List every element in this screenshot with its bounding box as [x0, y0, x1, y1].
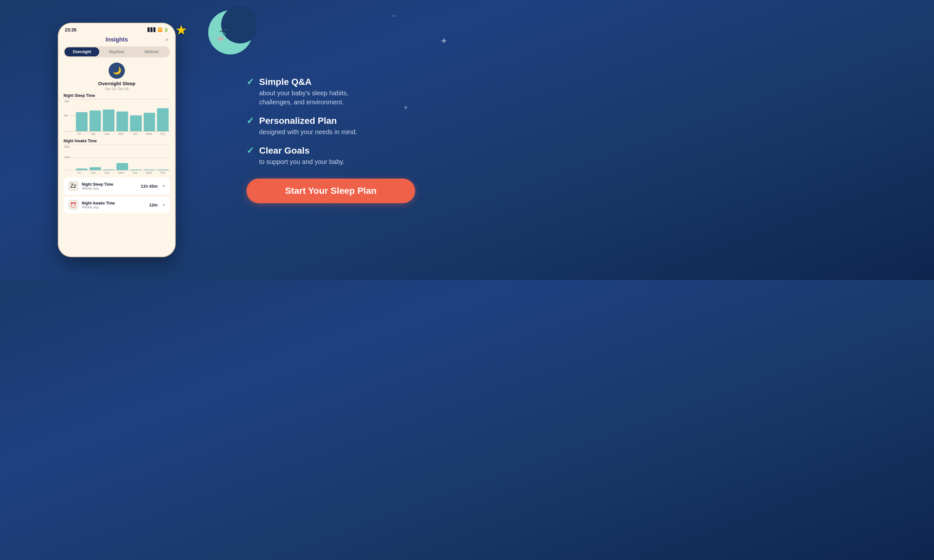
sleep-time-info: Night Sleep Time Weekly avg. — [82, 182, 137, 190]
awake-time-info: Night Awake Time Weekly avg. — [82, 201, 146, 209]
feature-text-2: Personalized Plan designed with your nee… — [259, 116, 357, 137]
battery-icon: 🔋 — [164, 28, 169, 32]
awake-day-tue: Tue — [129, 171, 141, 174]
checkmark-1: ✓ — [247, 77, 254, 86]
night-awake-chart-area: 90m 45m — [63, 145, 170, 171]
awake-time-value: 12m — [149, 203, 157, 208]
phone-header: Insights × — [59, 35, 175, 46]
phone-mockup: 23:26 ▋▋▋ 🛜 🔋 Insights × Overnight Dayti… — [59, 23, 175, 257]
awake-time-icon: ⏰ — [68, 200, 79, 210]
awake-day-sat: Sat — [87, 171, 99, 174]
sleep-time-name: Night Sleep Time — [82, 182, 137, 187]
awake-day-fri: Fri — [73, 171, 85, 174]
awake-bar-sat — [89, 167, 101, 170]
sleep-time-icon: Zz — [68, 181, 79, 191]
chart-label-16h: 16h — [64, 100, 69, 103]
tabs-container: Overnight Daytime Method — [63, 46, 170, 57]
feature-title-3: Clear Goals — [259, 146, 344, 156]
night-awake-chart-title: Night Awake Time — [63, 139, 170, 143]
awake-day-wed: Wed — [143, 171, 155, 174]
bar-thu — [157, 108, 169, 131]
awake-day-sun: Sun — [101, 171, 113, 174]
day-labels: Fri Sat Sun Mon Tue Wed Thu — [63, 132, 170, 135]
day-fri: Fri — [73, 132, 85, 135]
awake-day-labels: Fri Sat Sun Mon Tue Wed Thu — [63, 171, 170, 174]
night-sleep-chart: Night Sleep Time ‹ › 16h 8h — [63, 93, 170, 135]
day-tue: Tue — [129, 132, 141, 135]
awake-label-90m: 90m — [64, 145, 70, 148]
night-sleep-chart-area: 16h 8h — [63, 99, 170, 132]
bar-sun — [103, 109, 114, 131]
checkmark-3: ✓ — [247, 146, 254, 155]
awake-day-thu: Thu — [157, 171, 169, 174]
bar-sat — [89, 111, 101, 131]
bar-mon — [116, 111, 128, 131]
awake-bars-container — [73, 145, 170, 170]
feature-desc-3: to support you and your baby. — [259, 157, 344, 166]
right-section: ✓ Simple Q&A about your baby's sleep hab… — [233, 0, 467, 280]
sleep-title: Overnight Sleep — [98, 81, 135, 86]
signal-icon: ▋▋▋ — [148, 28, 156, 32]
left-section: 23:26 ▋▋▋ 🛜 🔋 Insights × Overnight Dayti… — [0, 0, 233, 280]
night-awake-chart: Night Awake Time 90m 45m — [63, 139, 170, 174]
sleep-icon-area: 🌙 Overnight Sleep Oct 13- Oct 19 — [63, 63, 170, 91]
feature-item-3: ✓ Clear Goals to support you and your ba… — [247, 146, 447, 166]
checkmark-2: ✓ — [247, 116, 254, 125]
tab-daytime[interactable]: Daytime — [99, 47, 134, 56]
awake-bar-sun — [103, 169, 114, 170]
feature-item-2: ✓ Personalized Plan designed with your n… — [247, 116, 447, 137]
sleep-date-range: Oct 13- Oct 19 — [105, 87, 128, 91]
stat-card-awake-time: ⏰ Night Awake Time Weekly avg. 12m ▼ — [63, 196, 170, 213]
awake-label-45m: 45m — [64, 155, 70, 159]
insights-title: Insights — [105, 36, 128, 43]
stats-cards: Zz Night Sleep Time Weekly avg. 11h 42m … — [63, 178, 170, 213]
awake-bar-wed — [144, 169, 155, 170]
feature-text-3: Clear Goals to support you and your baby… — [259, 146, 344, 166]
awake-bar-thu — [157, 169, 169, 170]
awake-day-mon: Mon — [115, 171, 127, 174]
stat-card-sleep-time: Zz Night Sleep Time Weekly avg. 11h 42m … — [63, 178, 170, 194]
sleep-time-period: Weekly avg. — [82, 187, 137, 190]
bar-fri — [76, 112, 88, 131]
day-thu: Thu — [157, 132, 169, 135]
chart-label-8h: 8h — [64, 114, 68, 117]
sleep-time-value: 11h 42m — [141, 184, 157, 189]
sleep-time-arrow: ▼ — [162, 185, 165, 188]
awake-bar-mon — [116, 163, 128, 170]
close-button[interactable]: × — [166, 37, 169, 43]
bars-container — [73, 99, 170, 131]
cta-button[interactable]: Start Your Sleep Plan — [247, 178, 415, 203]
status-time: 23:26 — [65, 27, 77, 32]
tab-method[interactable]: Method — [134, 47, 169, 56]
feature-title-2: Personalized Plan — [259, 116, 357, 126]
day-sat: Sat — [87, 132, 99, 135]
bar-wed — [144, 113, 155, 131]
wifi-icon: 🛜 — [157, 28, 162, 32]
awake-bar-fri — [76, 169, 88, 170]
awake-bar-tue — [130, 169, 142, 170]
status-icons: ▋▋▋ 🛜 🔋 — [148, 28, 169, 32]
feature-desc-1: about your baby's sleep habits,challenge… — [259, 88, 348, 107]
awake-time-name: Night Awake Time — [82, 201, 146, 205]
awake-time-arrow: ▼ — [162, 203, 165, 207]
feature-title-1: Simple Q&A — [259, 77, 348, 87]
day-mon: Mon — [115, 132, 127, 135]
feature-desc-2: designed with your needs in mind. — [259, 128, 357, 137]
night-sleep-chart-title: Night Sleep Time — [63, 93, 170, 98]
feature-item-1: ✓ Simple Q&A about your baby's sleep hab… — [247, 77, 447, 107]
status-bar: 23:26 ▋▋▋ 🛜 🔋 — [59, 23, 175, 35]
phone-content: 🌙 Overnight Sleep Oct 13- Oct 19 Night S… — [59, 63, 175, 213]
feature-text-1: Simple Q&A about your baby's sleep habit… — [259, 77, 348, 107]
bar-tue — [130, 115, 142, 132]
tab-overnight[interactable]: Overnight — [65, 47, 99, 56]
sleep-icon: 🌙 — [109, 63, 125, 79]
day-sun: Sun — [101, 132, 113, 135]
day-wed: Wed — [143, 132, 155, 135]
awake-time-period: Weekly avg. — [82, 205, 146, 209]
